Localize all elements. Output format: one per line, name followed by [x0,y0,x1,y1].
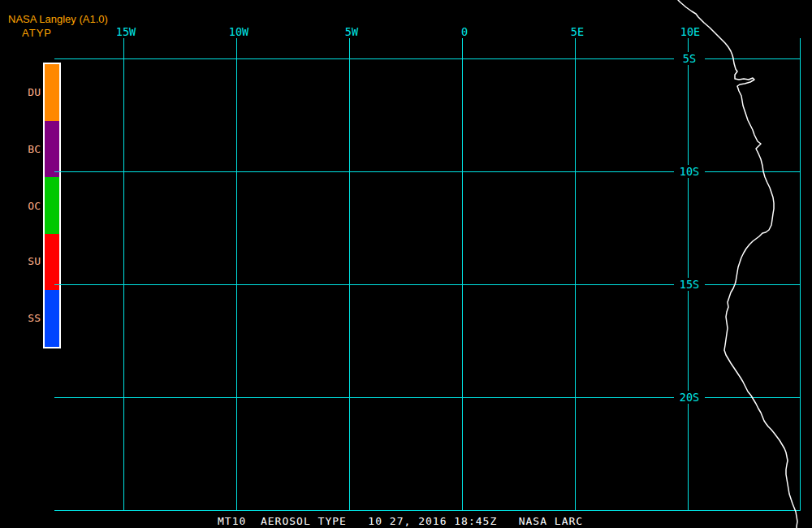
map-plot: 15W10W5W05E10E5S10S15S20S [0,0,812,528]
lon-tick-label-10W: 10W [229,25,249,38]
aerosol-type-map: NASA Langley (A1.0) ATYP DUBCOCSUSS 15W1… [0,0,812,528]
lon-tick-label-15W: 15W [116,25,136,38]
lon-tick-label-0: 0 [461,25,468,38]
lon-tick-label-10E: 10E [680,25,700,38]
lat-tick-label-5S: 5S [683,52,696,65]
coastline-africa [678,0,797,528]
lat-tick-label-15S: 15S [680,278,699,291]
lat-tick-label-10S: 10S [680,165,699,178]
lon-tick-label-5W: 5W [345,25,359,38]
footer-caption: MT10 AEROSOL TYPE 10 27, 2016 18:45Z NAS… [218,515,583,527]
lat-tick-label-20S: 20S [680,391,699,404]
lon-tick-label-5E: 5E [571,25,584,38]
